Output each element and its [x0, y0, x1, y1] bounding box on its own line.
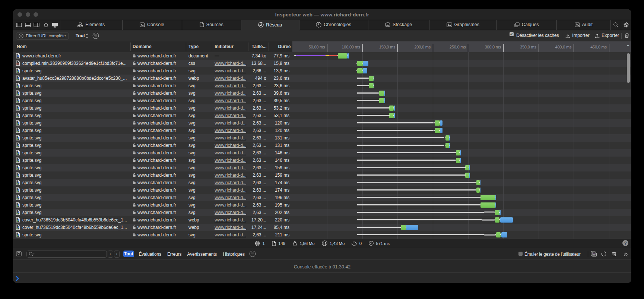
svg-text:JS: JS — [593, 252, 594, 254]
svg-text:css: css — [16, 63, 20, 65]
